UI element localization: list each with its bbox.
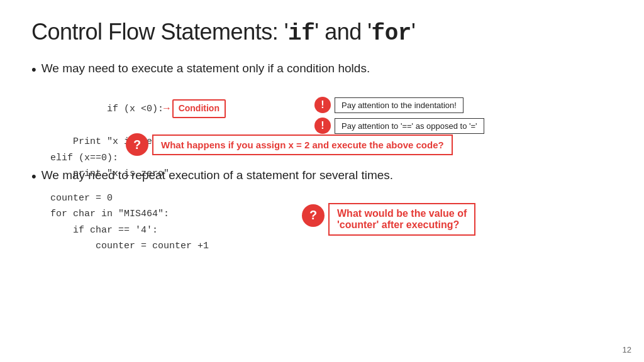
code2-line-2: for char in "MIS464": <box>50 206 209 222</box>
condition-label: Condition <box>172 99 226 118</box>
code2-line-4: counter = counter +1 <box>50 238 209 255</box>
arrow-icon: → <box>164 101 170 118</box>
bullet-section-2: • We may need to repeat execution of a s… <box>31 168 613 265</box>
title-if: if <box>288 21 314 47</box>
annotation-row-1: ! Pay attention to the indentation! <box>314 97 464 113</box>
question-box-2: What would be the value of 'counter' aft… <box>328 203 475 236</box>
question-row-2: ? What would be the value of 'counter' a… <box>302 203 475 236</box>
bullet-1-label: We may need to execute a statement only … <box>42 62 370 75</box>
title-prefix: Control Flow Statements: ' <box>31 19 288 45</box>
code-section-2: counter = 0 for char in "MIS464": if cha… <box>31 190 613 266</box>
exclaim-icon-2: ! <box>314 118 331 134</box>
code-line-1: if (x <0):→Condition <box>50 83 226 134</box>
title-suffix: ' <box>411 19 415 45</box>
bullet-text-1: • We may need to execute a statement onl… <box>31 62 613 78</box>
annotation-box-1: Pay attention to the indentation! <box>335 97 464 113</box>
question-row-1: ? What happens if you assign x = 2 and e… <box>126 133 453 156</box>
code-section-1: if (x <0):→Condition Print "x is negativ… <box>31 83 613 158</box>
bullet-dot-1: • <box>31 62 36 78</box>
bullet-dot-2: • <box>31 168 36 185</box>
code-block-1: if (x <0):→Condition Print "x is negativ… <box>50 83 226 182</box>
code2-line-1: counter = 0 <box>50 190 209 207</box>
annotation-row-2: ! Pay attention to '==' as opposed to '=… <box>314 118 484 134</box>
question-circle-1: ? <box>126 133 148 156</box>
code2-line-3: if char == '4': <box>50 222 209 239</box>
bullet-section-1: • We may need to execute a statement onl… <box>31 62 613 158</box>
question2-line1: What would be the value of <box>337 208 467 219</box>
slide: Control Flow Statements: 'if' and 'for' … <box>0 0 644 362</box>
code-block-2: counter = 0 for char in "MIS464": if cha… <box>50 190 209 255</box>
exclaim-icon-1: ! <box>314 97 331 113</box>
question-circle-2: ? <box>302 204 325 227</box>
page-number: 12 <box>623 345 631 354</box>
question-box-1: What happens if you assign x = 2 and exe… <box>152 134 453 155</box>
question2-line2: 'counter' after executing? <box>337 219 467 231</box>
title-for: for <box>372 21 411 47</box>
slide-title: Control Flow Statements: 'if' and 'for' <box>31 19 613 47</box>
title-middle: ' and ' <box>314 19 371 45</box>
code-line-4: print "x is zero" <box>50 166 226 182</box>
annotation-box-2: Pay attention to '==' as opposed to '=' <box>335 118 484 134</box>
